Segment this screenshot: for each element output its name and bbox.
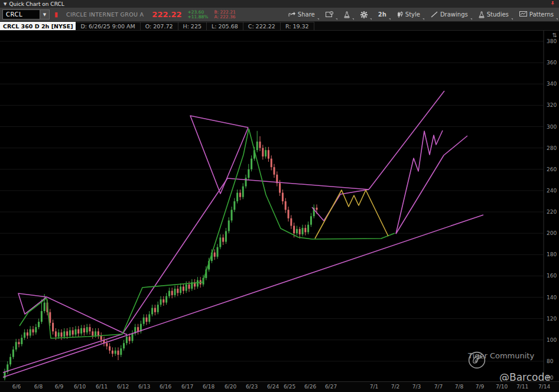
analysis-button[interactable] [339,8,355,21]
flask-icon [344,11,350,18]
ohlc-cell: D: 6/26/25 9:00 AM [76,22,140,30]
drawing-neckline [228,178,369,190]
candle-body [38,322,40,327]
candle-body [44,303,46,311]
drawing-long-support-trendline [3,215,483,377]
ohlc-cell: L: 205.68 [207,22,243,30]
news-icon [326,11,333,18]
time-axis-label: 6/13 [138,384,150,390]
candle-body [177,289,178,293]
candle-body [290,218,292,226]
studies-flask-icon [479,11,485,18]
candle-body [174,289,176,295]
share-icon [288,11,295,18]
time-axis-label: 7/10 [496,384,508,390]
interval-label: 2h [378,11,386,18]
collapse-chevron-icon[interactable]: ▼ [4,2,6,6]
svg-text:220: 220 [547,209,557,215]
candle-body [15,342,17,349]
axis-scale-icon[interactable]: ⇅ [552,32,557,38]
candle-body [58,332,60,337]
candle-body [154,308,156,312]
patterns-label: Patterns [529,11,554,18]
pin-icon[interactable] [550,1,555,6]
candle-body [299,229,301,234]
symbol-input[interactable]: CRCL ▼ [2,9,50,19]
candle-body [265,150,266,156]
candle-body [77,329,79,334]
news-button[interactable] [320,8,339,21]
candle-body [129,337,131,341]
studies-label: Studies [487,11,509,18]
patterns-button[interactable]: Patterns [514,8,559,21]
candlestick-plot[interactable]: 3803603403203002802602402202001801601401… [0,31,559,381]
chart-descriptor-chip[interactable]: CRCL 360 D 2h [NYSE] [0,22,76,30]
candle-body [233,201,235,210]
time-axis-label: 6/12 [117,384,129,390]
svg-text:140: 140 [547,295,557,300]
candle-body [251,159,252,169]
candle-body [197,280,199,287]
svg-text:260: 260 [547,166,557,172]
drawing-left-pennant [18,293,47,314]
symbol-dropdown-button[interactable]: ▼ [40,10,49,19]
studies-button[interactable]: Studies [473,8,514,21]
interval-button[interactable]: 2h [373,8,392,21]
settings-button[interactable] [355,8,373,21]
candle-body [188,285,190,289]
candle-body [186,285,187,291]
candle-body [112,351,113,354]
candle-body [24,332,25,338]
time-axis[interactable]: 6/66/86/96/106/116/126/136/166/176/186/2… [0,381,559,392]
toolbar-right-group: Share 2h Style Drawings [283,8,559,21]
last-price: 222.22 [152,10,181,19]
candle-body [214,253,216,257]
candle-body [302,228,304,234]
style-button[interactable]: Style [392,8,425,21]
drawing-green-left-rise [20,298,47,326]
svg-text:380: 380 [547,38,557,44]
main-toolbar: CRCL ▼ ▮ CIRCLE INTERNET GROU A 222.22 +… [0,8,559,22]
time-axis-label: 6/26 [304,384,316,390]
candle-body [171,291,173,295]
time-axis-label: 6/17 [181,384,193,390]
candle-body [268,150,269,158]
svg-text:320: 320 [547,102,557,108]
symbol-value[interactable]: CRCL [3,11,40,18]
drawings-button[interactable]: Drawings [425,8,473,21]
candle-body [109,347,110,351]
candle-body [55,331,57,337]
ohlc-cell: R: 19.32 [281,22,314,30]
candle-body [35,327,37,332]
candle-body [180,286,181,293]
time-axis-label: 6/23 [246,384,258,390]
alert-icon[interactable]: ▮ [54,11,58,18]
share-button[interactable]: Share [283,8,320,21]
candle-body [30,329,31,336]
company-name: CIRCLE INTERNET GROU A [66,11,144,18]
chart-style-icon [397,11,403,18]
svg-text:160: 160 [547,273,557,279]
tiger-community-logo-icon [468,351,486,369]
candle-body [239,192,241,197]
candle-body [95,331,96,335]
time-axis-label: 6/8 [34,384,43,390]
svg-text:300: 300 [547,124,557,130]
candle-body [41,311,43,322]
chart-area[interactable]: 3803603403203002802602402202001801601401… [0,31,559,381]
candle-body [183,286,184,290]
candle-body [80,328,82,334]
candle-body [236,192,238,201]
candle-body [100,336,102,340]
time-axis-label: 6/6 [12,384,21,390]
candle-body [162,299,164,302]
candle-body [115,351,116,354]
watermark: Tiger Community [468,351,534,360]
candle-body [151,308,153,315]
svg-text:340: 340 [547,81,557,87]
candle-body [293,226,295,233]
candle-body [137,327,139,331]
style-label: Style [405,11,420,18]
candle-body [72,330,74,334]
candle-body [66,331,68,335]
